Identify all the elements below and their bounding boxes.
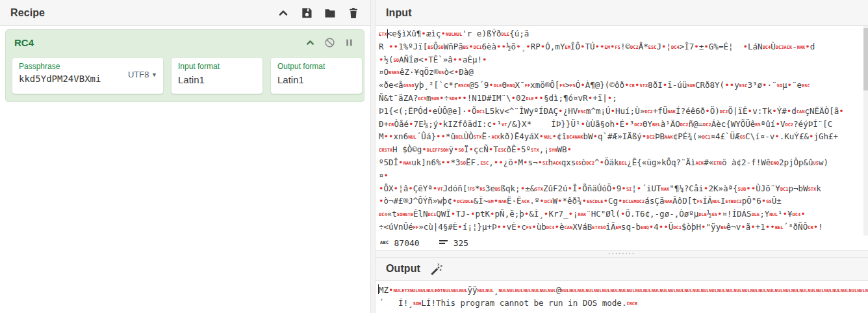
operation-title-row: RC4 xyxy=(6,30,364,48)
output-format-label: Output format xyxy=(277,62,355,71)
svg-text:x: x xyxy=(439,267,441,271)
input-line-count: 325 xyxy=(453,238,468,248)
operation-name: RC4 xyxy=(14,37,34,48)
output-text-cursor xyxy=(378,284,379,294)
input-header: Input xyxy=(376,0,868,26)
operation-args: Passphrase UTF8 ▼ Input format Latin1 Ou… xyxy=(12,58,362,94)
passphrase-encoding-dropdown[interactable]: UTF8 ▼ xyxy=(128,70,157,79)
panel-divider[interactable] xyxy=(370,0,376,313)
line-count-icon xyxy=(439,239,448,247)
io-splitter[interactable]: ········ xyxy=(376,250,868,258)
passphrase-input[interactable] xyxy=(19,74,110,84)
collapse-recipe-icon[interactable] xyxy=(277,7,290,20)
passphrase-field[interactable]: Passphrase UTF8 ▼ xyxy=(12,58,163,94)
input-format-value: Latin1 xyxy=(178,74,256,85)
input-text-cursor xyxy=(387,29,388,38)
magic-wand-icon[interactable]: x x x xyxy=(429,262,442,275)
recipe-header-icons xyxy=(277,7,360,20)
input-scrollbar-thumb[interactable] xyxy=(863,28,868,90)
collapse-operation-icon[interactable] xyxy=(305,37,316,48)
output-title: Output xyxy=(386,263,420,275)
input-editor[interactable]: ETX<e§ìXû¶•æìç•NULNUL'r e)ßÝðDLE{ú;ãR ••… xyxy=(376,26,868,236)
output-format-select[interactable]: Output format Latin1 xyxy=(271,58,362,94)
chevron-down-icon: ▼ xyxy=(151,72,157,78)
clear-recipe-trash-icon[interactable] xyxy=(347,7,360,20)
character-count-icon: ABC xyxy=(380,240,389,245)
operation-icons xyxy=(305,37,355,48)
output-editor: MZ•NULETXNULNULNULEOTNULNULNULÿÿNULNUL¸N… xyxy=(376,280,868,313)
operation-rc4[interactable]: RC4 Passphrase xyxy=(5,29,364,102)
input-char-count: 87040 xyxy=(394,238,420,248)
save-recipe-icon[interactable] xyxy=(300,7,313,20)
output-header: Output x x x xyxy=(376,258,868,280)
load-recipe-folder-icon[interactable] xyxy=(324,7,337,20)
input-format-label: Input format xyxy=(178,62,256,71)
io-panel: Input ETX<e§ìXû¶•æìç•NULNUL'r e)ßÝðDLE{ú… xyxy=(376,0,868,313)
input-status-bar: ABC 87040 325 xyxy=(376,236,868,250)
recipe-title: Recipe xyxy=(10,7,45,19)
recipe-panel: Recipe xyxy=(0,0,370,313)
input-scrollbar-track xyxy=(863,26,868,236)
input-title: Input xyxy=(386,7,412,19)
input-format-select[interactable]: Input format Latin1 xyxy=(172,58,262,94)
recipe-header: Recipe xyxy=(0,0,370,26)
svg-text:x: x xyxy=(437,262,439,266)
disable-operation-icon[interactable] xyxy=(324,37,335,48)
output-format-value: Latin1 xyxy=(277,74,355,85)
breakpoint-pause-icon[interactable] xyxy=(344,37,355,48)
cyberchef-app: Recipe xyxy=(0,0,868,313)
